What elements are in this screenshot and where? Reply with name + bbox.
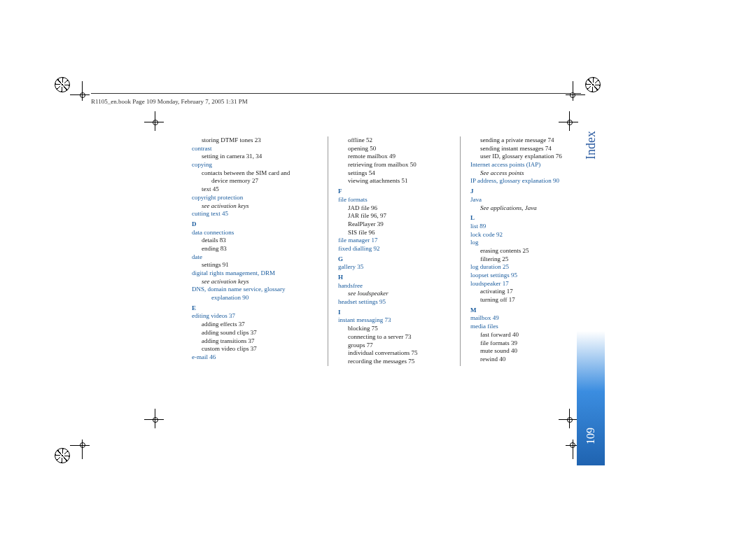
index-entry: Internet access points (IAP) (470, 161, 594, 169)
index-column-2: offline 52opening 50remote mailbox 49ret… (328, 136, 461, 366)
index-entry: offline 52 (348, 136, 450, 145)
index-entry: file formats (338, 196, 450, 204)
index-entry: setting in camera 31, 34 (202, 153, 318, 161)
index-entry: adding transitions 37 (202, 337, 318, 346)
index-entry: log (470, 239, 594, 247)
index-entry: editing videos 37 (192, 312, 318, 321)
crop-dot-icon (137, 413, 172, 448)
index-entry: list 89 (470, 223, 594, 231)
index-entry: contrast (192, 145, 318, 153)
index-column-1: storing DTMF tones 23contrastsetting in … (189, 136, 328, 366)
crop-dot-icon (137, 115, 172, 150)
index-entry: instant messaging 73 (338, 316, 450, 325)
index-entry: custom video clips 37 (202, 345, 318, 353)
index-entry: recording the messages 75 (348, 358, 450, 366)
index-entry: copyright protection (192, 194, 318, 202)
index-entry: lock code 92 (470, 231, 594, 239)
index-entry: mailbox 49 (470, 314, 594, 323)
index-entry: file manager 17 (338, 237, 450, 245)
index-entry: see activation keys (202, 202, 318, 211)
index-entry: F (338, 188, 450, 196)
index-entry: media files (470, 323, 594, 331)
index-entry: H (338, 274, 450, 282)
index-entry: viewing attachments 51 (348, 177, 450, 185)
section-title: Index (584, 131, 598, 160)
page-number: 109 (584, 428, 597, 444)
book-header: R1105_en.book Page 109 Monday, February … (91, 98, 248, 105)
index-entry: date (192, 253, 318, 262)
index-entry: details 83 (202, 237, 318, 245)
index-entry: D (192, 220, 318, 229)
index-entry: adding effects 37 (202, 321, 318, 329)
index-entry: fixed dialling 92 (338, 245, 450, 253)
index-entry: G (338, 255, 450, 264)
crop-mark-icon (566, 77, 601, 112)
index-entry: loopset settings 95 (470, 272, 594, 280)
index-entry: I (338, 309, 450, 317)
index-entry: JAD file 96 (348, 204, 450, 213)
index-entry: text 45 (202, 185, 318, 194)
index-entry: remote mailbox 49 (348, 153, 450, 161)
crop-mark-icon (55, 428, 90, 463)
crop-mark-icon (55, 77, 90, 112)
document-page: R1105_en.book Page 109 Monday, February … (0, 0, 756, 534)
index-entry: log duration 25 (470, 263, 594, 272)
index-entry: Java (470, 196, 594, 204)
index-entry: settings 91 (202, 261, 318, 269)
index-entry: ending 83 (202, 245, 318, 253)
index-entry: retrieving from mailbox 50 (348, 161, 450, 169)
index-entry: e-mail 46 (192, 353, 318, 362)
index-entry: see loudspeaker (348, 290, 450, 298)
index-entry: contacts between the SIM card and (202, 169, 318, 178)
index-entry: cutting text 45 (192, 210, 318, 218)
index-entry: opening 50 (348, 145, 450, 153)
index-entry: see activation keys (202, 278, 318, 286)
index-entry: individual conversations 75 (348, 349, 450, 358)
index-entry: settings 54 (348, 169, 450, 178)
index-entry: J (470, 188, 594, 196)
index-entry: gallery 35 (338, 263, 450, 272)
index-entry: blocking 75 (348, 325, 450, 333)
index-entry: explanation 90 (211, 294, 318, 302)
index-entry: storing DTMF tones 23 (202, 136, 318, 145)
index-entry: L (470, 214, 594, 223)
index-entry: connecting to a server 73 (348, 333, 450, 342)
index-entry: headset settings 95 (338, 298, 450, 307)
index-entry: groups 77 (348, 342, 450, 350)
index-entry: handsfree (338, 282, 450, 290)
index-entry: data connections (192, 229, 318, 237)
index-entry: M (470, 307, 594, 315)
index-entry: E (192, 304, 318, 313)
index-entry: RealPlayer 39 (348, 220, 450, 229)
index-entry: JAR file 96, 97 (348, 212, 450, 220)
header-rule (91, 93, 581, 94)
index-entry: DNS, domain name service, glossary (192, 286, 318, 294)
index-entry: SIS file 96 (348, 229, 450, 237)
index-entry: loudspeaker 17 (470, 280, 594, 288)
index-entry: adding sound clips 37 (202, 329, 318, 337)
index-columns: storing DTMF tones 23contrastsetting in … (189, 136, 603, 366)
index-entry: digital rights management, DRM (192, 269, 318, 278)
side-tab: Index 109 (577, 129, 605, 465)
index-entry: device memory 27 (211, 177, 318, 185)
index-entry: copying (192, 161, 318, 169)
index-entry: IP address, glossary explanation 90 (470, 177, 594, 185)
